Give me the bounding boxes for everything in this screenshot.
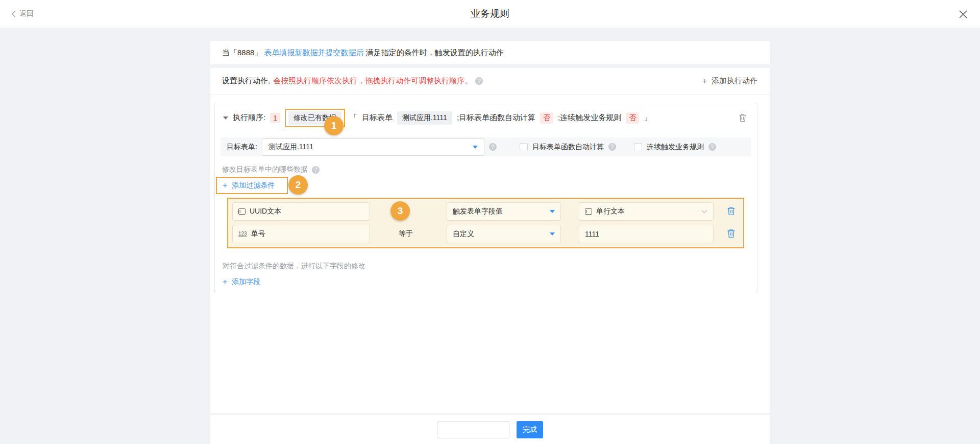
help-icon[interactable] [708,143,716,151]
content-column: 当「8888」 表单填报新数据并提交数据后 满足指定的条件时，触发设置的执行动作… [210,41,770,444]
annotation-box-2: + 添加过滤条件 [216,177,288,194]
filter-condition-row: 123 单号 等于 自定义 1111 [232,225,739,244]
back-label: 返回 [19,9,34,18]
close-icon[interactable] [958,9,969,20]
trigger-suffix: 满足指定的条件时，触发设置的执行动作 [366,48,504,57]
delete-action-icon[interactable] [739,113,747,122]
top-bar: 返回 业务规则 [0,0,980,28]
chevron-down-icon [701,209,707,214]
form-name-tag: 测试应用.1111 [397,111,452,125]
after-filter-hint: 对符合过滤条件的数据，进行以下字段的修改 [223,262,757,271]
filter-field-select[interactable]: UUID文本 [232,202,370,221]
target-form-word: 目标表单 [362,113,393,123]
section-title-dark: 设置执行动作, [222,76,270,86]
help-icon[interactable] [312,166,320,174]
chevron-down-icon [473,146,478,149]
filter-conditions-box: 3 UUID文本 触发表单字段值 [227,198,744,248]
add-field-button[interactable]: + 添加字段 [223,277,260,287]
filter-condition-row: UUID文本 触发表单字段值 单行文本 [232,202,739,221]
single-line-text-icon [238,208,246,215]
bracket-close: 」 [644,113,651,123]
add-filter-label: 添加过滤条件 [232,181,275,190]
target-form-select-value: 测试应用.1111 [268,143,313,152]
trigger-prefix: 当「8888」 [222,48,262,57]
filter-operator: 等于 [385,225,426,243]
order-badge: 1 [270,113,280,123]
add-field-label: 添加字段 [232,277,260,287]
filter-value-type: 触发表单字段值 [453,207,503,216]
collapse-caret-icon[interactable] [223,116,228,120]
filter-field-select[interactable]: 123 单号 [232,225,370,243]
add-action-label: 添加执行动作 [712,76,757,86]
filter-value-input[interactable]: 1111 [579,225,714,243]
modify-data-hint-text: 修改目标表单中的哪些数据 [222,165,308,174]
filter-value-text: 1111 [585,230,599,238]
add-filter-row: + 添加过滤条件 2 [215,177,757,194]
annotation-badge-1: 1 [324,116,344,135]
footer-bar: 完成 [210,415,770,444]
single-line-text-icon [585,208,592,215]
delete-filter-icon[interactable] [727,229,736,238]
action-card-header: 执行顺序: 1 修改已有数据 「 目标表单 测试应用.1111 ;目标表单函数自… [215,105,757,130]
execution-actions-section: 设置执行动作, 会按照执行顺序依次执行，拖拽执行动作可调整执行顺序。 + 添加执… [210,68,770,413]
calc-summary-label: ;目标表单函数自动计算 [457,113,535,123]
filter-value-type-select[interactable]: 触发表单字段值 [447,202,561,221]
filter-value-select[interactable]: 单行文本 [579,202,714,221]
chain-trigger-label: 连续触发业务规则 [647,143,704,152]
filter-field-name: UUID文本 [250,207,281,216]
number-icon: 123 [238,231,247,237]
done-button[interactable]: 完成 [517,421,543,438]
section-title-warning: 会按照执行顺序依次执行，拖拽执行动作可调整执行顺序。 [273,76,472,86]
chevron-left-icon [11,11,16,17]
chain-summary-label: ;连续触发业务规则 [558,113,621,123]
plus-icon: + [702,77,707,85]
filter-value-type: 自定义 [453,229,474,239]
action-card: 执行顺序: 1 修改已有数据 「 目标表单 测试应用.1111 ;目标表单函数自… [214,105,757,293]
help-icon[interactable] [475,77,483,85]
order-label: 执行顺序: [233,113,265,123]
auto-calc-checkbox[interactable] [520,143,528,151]
trigger-event-link[interactable]: 表单填报新数据并提交数据后 [264,48,364,57]
auto-calc-label: 目标表单函数自动计算 [532,143,604,152]
add-action-button[interactable]: + 添加执行动作 [702,76,757,86]
rule-name-input[interactable] [437,421,509,438]
chevron-down-icon [550,232,555,236]
annotation-badge-2: 2 [288,175,308,195]
add-filter-button[interactable]: + 添加过滤条件 [223,181,275,190]
delete-filter-icon[interactable] [727,206,736,216]
auto-calc-option: 目标表单函数自动计算 [520,143,616,152]
target-form-select[interactable]: 测试应用.1111 [262,138,484,156]
filter-value-text: 单行文本 [596,207,625,216]
chain-summary-value: 否 [626,112,639,124]
page-title: 业务规则 [0,7,980,20]
target-form-label: 目标表单: [227,143,257,152]
bracket-open: 「 [350,113,357,123]
modify-data-hint: 修改目标表单中的哪些数据 [222,165,757,175]
target-form-row: 目标表单: 测试应用.1111 目标表单函数自动计算 连续触发业务规则 [220,137,751,156]
chevron-down-icon [550,210,555,213]
plus-icon: + [223,181,227,190]
filter-value-type-select[interactable]: 自定义 [447,225,561,243]
calc-summary-value: 否 [540,112,553,124]
annotation-badge-3: 3 [390,201,410,221]
section-title: 设置执行动作, 会按照执行顺序依次执行，拖拽执行动作可调整执行顺序。 [222,76,483,86]
chain-trigger-option: 连续触发业务规则 [634,143,716,152]
section-header: 设置执行动作, 会按照执行顺序依次执行，拖拽执行动作可调整执行顺序。 + 添加执… [210,68,770,95]
filter-field-name: 单号 [251,229,265,239]
chain-trigger-checkbox[interactable] [634,143,642,151]
trigger-summary-bar: 当「8888」 表单填报新数据并提交数据后 满足指定的条件时，触发设置的执行动作 [210,41,770,64]
help-icon[interactable] [489,143,497,151]
help-icon[interactable] [608,143,616,151]
back-button[interactable]: 返回 [11,9,34,18]
plus-icon: + [223,278,227,286]
